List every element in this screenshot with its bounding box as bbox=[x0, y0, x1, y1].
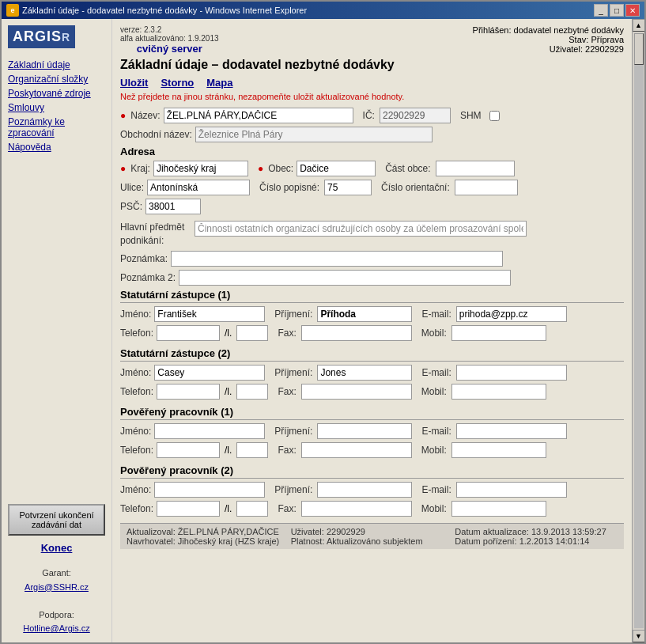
navrhovatel-label: Navrhovatel: bbox=[127, 536, 176, 546]
stat1-mobil-input[interactable] bbox=[451, 325, 546, 341]
nav-zakladni-udaje[interactable]: Základní údaje bbox=[8, 59, 105, 70]
pov2-telefon-label: Telefon: bbox=[120, 503, 153, 514]
ulice-input[interactable] bbox=[147, 180, 250, 195]
confirm-button[interactable]: Potvrzení ukončení zadávání dat bbox=[8, 504, 105, 536]
stat2-prijmeni-input[interactable] bbox=[317, 365, 412, 381]
shm-label: SHM bbox=[460, 110, 482, 121]
cislo-popisne-input[interactable] bbox=[324, 180, 372, 195]
pov2-email-input[interactable] bbox=[456, 482, 567, 498]
mapa-link[interactable]: Mapa bbox=[206, 77, 232, 89]
garant-label: Garant: bbox=[42, 568, 71, 578]
cislo-orientacni-label: Číslo orientační: bbox=[381, 182, 450, 193]
pov2-name-row: Jméno: Příjmení: E-mail: bbox=[120, 482, 624, 498]
pov1-prijmeni-input[interactable] bbox=[317, 423, 412, 439]
cast-obce-input[interactable] bbox=[436, 161, 515, 176]
statutarni2-title: Statutární zástupce (2) bbox=[120, 347, 624, 362]
stat2-jmeno-label: Jméno: bbox=[120, 367, 151, 378]
stat2-jmeno-input[interactable] bbox=[154, 365, 265, 381]
kraj-required: ● bbox=[120, 163, 126, 174]
nav-smlouvy[interactable]: Smlouvy bbox=[8, 102, 105, 113]
warning-message: Než přejdete na jinou stránku, nezapomeň… bbox=[120, 92, 624, 101]
predmet-input[interactable] bbox=[195, 221, 527, 237]
adresa-title: Adresa bbox=[120, 146, 624, 157]
konec-link[interactable]: Konec bbox=[8, 542, 105, 554]
stat2-mobil-input[interactable] bbox=[451, 384, 546, 400]
pov1-mobil-label: Mobil: bbox=[421, 445, 447, 456]
pov2-fax-input[interactable] bbox=[301, 501, 412, 517]
pov2-jmeno-input[interactable] bbox=[154, 482, 265, 498]
kraj-input[interactable] bbox=[153, 161, 248, 176]
obchodni-row: Obchodní název: bbox=[120, 127, 624, 142]
stat1-telefon-label: Telefon: bbox=[120, 328, 153, 339]
navrhovatel-value: Jihočeský kraj (HZS kraje) bbox=[178, 536, 279, 546]
pov1-jmeno-input[interactable] bbox=[154, 423, 265, 439]
window-controls: _ □ ✕ bbox=[594, 4, 640, 17]
maximize-button[interactable]: □ bbox=[610, 4, 624, 17]
stat1-fax-input[interactable] bbox=[301, 325, 412, 341]
nav-organizacni-slozky[interactable]: Organizační složky bbox=[8, 74, 105, 85]
ic-input[interactable] bbox=[380, 108, 451, 123]
stat1-tel-row: Telefon: /l. Fax: Mobil: bbox=[120, 325, 624, 341]
podpora-label: Podpora: bbox=[39, 610, 74, 619]
shm-checkbox[interactable] bbox=[489, 111, 500, 121]
scroll-thumb[interactable] bbox=[634, 33, 644, 65]
pov1-name-row: Jméno: Příjmení: E-mail: bbox=[120, 423, 624, 439]
aktualizoval-label: Aktualizoval: bbox=[127, 527, 176, 536]
stat1-email-input[interactable] bbox=[456, 306, 567, 322]
nazev-label: Název: bbox=[130, 110, 160, 121]
garant-email[interactable]: Argis@SSHR.cz bbox=[25, 582, 89, 592]
pov1-prijmeni-label: Příjmení: bbox=[274, 426, 312, 437]
poznamka2-label: Poznámka 2: bbox=[120, 272, 176, 283]
platnost-value: Aktualizováno subjektem bbox=[327, 536, 423, 546]
logo: ARGISR bbox=[8, 25, 75, 48]
storno-link[interactable]: Storno bbox=[161, 77, 194, 89]
obchodni-label: Obchodní název: bbox=[120, 129, 192, 140]
poznamka-input[interactable] bbox=[171, 251, 503, 267]
footer-bar: Aktualizoval: ŽEL.PLNÁ PÁRY,DAČICE Navrh… bbox=[120, 523, 624, 549]
pov1-fax-input[interactable] bbox=[301, 442, 412, 458]
nav-napoveda[interactable]: Nápověda bbox=[8, 142, 105, 153]
pov2-mobil-input[interactable] bbox=[451, 501, 546, 517]
psc-input[interactable] bbox=[145, 199, 201, 214]
pov1-tel-l-input[interactable] bbox=[236, 442, 268, 458]
obchodni-input bbox=[195, 127, 433, 142]
pov2-prijmeni-input[interactable] bbox=[317, 482, 412, 498]
cislo-orientacni-input[interactable] bbox=[455, 180, 518, 195]
pov1-email-input[interactable] bbox=[456, 423, 567, 439]
stat1-jmeno-input[interactable] bbox=[154, 306, 265, 322]
login-info: Přihlášen: dodavatel nezbytné dodávky St… bbox=[473, 25, 624, 54]
stat2-tel-row: Telefon: /l. Fax: Mobil: bbox=[120, 384, 624, 400]
garant-info: Garant: Argis@SSHR.cz Podpora: Hotline@A… bbox=[8, 566, 105, 636]
stat1-tel-input[interactable] bbox=[157, 325, 220, 341]
ulice-label: Ulice: bbox=[120, 182, 144, 193]
pov2-tel-l-input[interactable] bbox=[236, 501, 268, 517]
stat2-fax-input[interactable] bbox=[301, 384, 412, 400]
footer-col2: Uživatel: 22902929 Platnost: Aktualizová… bbox=[291, 527, 454, 546]
poznamka2-input[interactable] bbox=[179, 270, 511, 286]
nazev-input[interactable] bbox=[164, 108, 353, 123]
address-section: Adresa ● Kraj: ● Obec: Část obce: Ulice:… bbox=[120, 146, 624, 214]
povereny1-section: Pověřený pracovník (1) Jméno: Příjmení: … bbox=[120, 406, 624, 458]
app-body: ARGISR Základní údaje Organizační složky… bbox=[2, 19, 644, 642]
stat2-tel-input[interactable] bbox=[157, 384, 220, 400]
pov2-tel-input[interactable] bbox=[157, 501, 220, 517]
obec-input[interactable] bbox=[297, 161, 376, 176]
uloz-link[interactable]: Uložit bbox=[120, 77, 148, 89]
sidebar: ARGISR Základní údaje Organizační složky… bbox=[2, 19, 112, 642]
close-button[interactable]: ✕ bbox=[625, 4, 640, 17]
stat1-tel-l-input[interactable] bbox=[236, 325, 268, 341]
stat2-tel-l-input[interactable] bbox=[236, 384, 268, 400]
stat2-email-input[interactable] bbox=[456, 365, 567, 381]
nav-poznamky[interactable]: Poznámky ke zpracování bbox=[8, 116, 105, 138]
minimize-button[interactable]: _ bbox=[594, 4, 608, 17]
pov1-tel-input[interactable] bbox=[157, 442, 220, 458]
pov1-fax-label: Fax: bbox=[278, 445, 296, 456]
scroll-down-button[interactable]: ▼ bbox=[633, 630, 645, 642]
podpora-email[interactable]: Hotline@Argis.cz bbox=[23, 623, 90, 633]
nav-poskytovane-zdroje[interactable]: Poskytované zdroje bbox=[8, 88, 105, 99]
main-window: e Základní údaje - dodavatel nezbytné do… bbox=[0, 0, 646, 644]
stat1-prijmeni-input[interactable] bbox=[317, 306, 412, 322]
aktualizoval-value: ŽEL.PLNÁ PÁRY,DAČICE bbox=[178, 527, 279, 536]
scroll-up-button[interactable]: ▲ bbox=[633, 19, 645, 32]
pov1-mobil-input[interactable] bbox=[451, 442, 546, 458]
